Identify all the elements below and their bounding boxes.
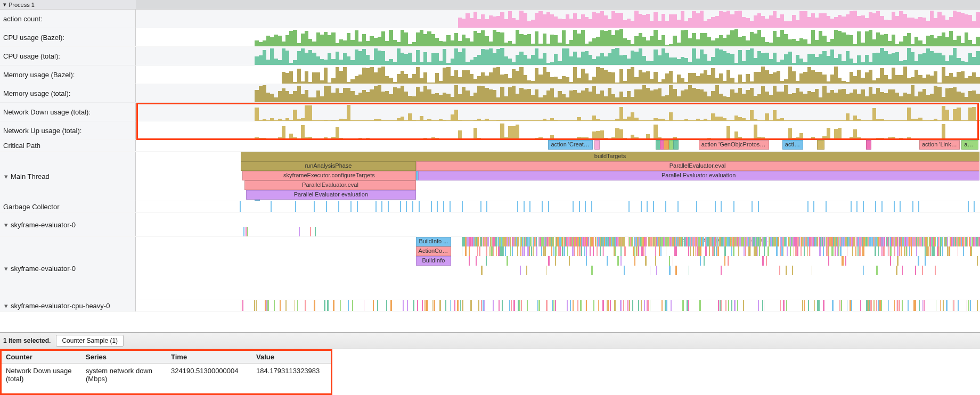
gc-tick[interactable] xyxy=(240,201,241,212)
event-tick[interactable] xyxy=(745,246,747,256)
event-tick[interactable] xyxy=(519,237,520,246)
event-tick[interactable] xyxy=(632,300,633,311)
event-tick[interactable] xyxy=(503,246,504,256)
gc-tick[interactable] xyxy=(400,201,401,212)
event-tick[interactable] xyxy=(607,256,608,266)
lane-mem-total[interactable] xyxy=(136,84,980,102)
event-tick[interactable] xyxy=(636,246,637,256)
col-header-time[interactable]: Time xyxy=(171,353,256,361)
event-tick[interactable] xyxy=(633,246,634,256)
gc-tick[interactable] xyxy=(431,201,432,212)
event-tick[interactable] xyxy=(315,227,316,236)
gc-tick[interactable] xyxy=(480,201,481,212)
event-tick[interactable] xyxy=(780,300,781,311)
event-tick[interactable] xyxy=(577,246,578,256)
event-tick[interactable] xyxy=(888,246,889,256)
event-tick[interactable] xyxy=(755,246,757,256)
event-tick[interactable] xyxy=(602,246,602,256)
track-main-thread[interactable]: ▾ Main Thread buildTargetsrunAnalysisPha… xyxy=(0,152,980,201)
event-tick[interactable] xyxy=(855,246,856,256)
event-tick[interactable] xyxy=(502,300,503,311)
event-tick[interactable] xyxy=(786,300,787,311)
event-tick[interactable] xyxy=(688,246,689,256)
event-tick[interactable] xyxy=(970,300,971,311)
event-tick[interactable] xyxy=(537,300,538,311)
gc-tick[interactable] xyxy=(314,201,315,212)
event-tick[interactable] xyxy=(481,266,482,275)
event-tick[interactable] xyxy=(285,300,287,311)
gc-tick[interactable] xyxy=(628,201,630,212)
event-tick[interactable] xyxy=(527,246,529,256)
gc-tick[interactable] xyxy=(647,201,648,212)
event-tick[interactable] xyxy=(567,246,568,256)
event-tick[interactable] xyxy=(951,246,951,256)
event-tick[interactable] xyxy=(517,246,518,256)
event-tick[interactable] xyxy=(432,300,432,311)
event-tick[interactable] xyxy=(933,246,935,256)
gc-tick[interactable] xyxy=(900,201,901,212)
event-tick[interactable] xyxy=(413,300,414,311)
event-tick[interactable] xyxy=(629,300,630,311)
event-tick[interactable] xyxy=(930,246,932,256)
event-tick[interactable] xyxy=(548,256,550,266)
gc-tick[interactable] xyxy=(542,201,543,212)
event-tick[interactable] xyxy=(555,300,556,311)
event-tick[interactable] xyxy=(274,300,275,311)
event-tick[interactable] xyxy=(454,300,456,311)
event-tick[interactable] xyxy=(243,227,244,236)
gc-tick[interactable] xyxy=(419,201,420,212)
event-tick[interactable] xyxy=(254,300,255,311)
event-tick[interactable] xyxy=(297,300,298,311)
event-tick[interactable] xyxy=(620,246,622,256)
event-tick[interactable] xyxy=(348,300,349,311)
event-tick[interactable] xyxy=(655,246,656,256)
event-tick[interactable] xyxy=(814,300,815,311)
event-tick[interactable] xyxy=(924,300,925,311)
event-tick[interactable] xyxy=(584,246,585,256)
event-tick[interactable] xyxy=(689,266,689,275)
gc-tick[interactable] xyxy=(653,201,654,212)
event-tick[interactable] xyxy=(911,246,912,256)
event-tick[interactable] xyxy=(870,300,872,311)
track-cpu-bazel[interactable]: CPU usage (Bazel): xyxy=(0,28,980,47)
event-tick[interactable] xyxy=(851,300,852,311)
gc-tick[interactable] xyxy=(863,201,864,212)
event-tick[interactable] xyxy=(569,256,570,266)
event-tick[interactable] xyxy=(695,246,696,256)
event-tick[interactable] xyxy=(847,300,847,311)
event-tick[interactable] xyxy=(802,300,803,311)
event-tick[interactable] xyxy=(407,300,409,311)
event-tick[interactable] xyxy=(625,300,625,311)
gc-tick[interactable] xyxy=(271,201,272,212)
event-tick[interactable] xyxy=(530,237,532,246)
event-tick[interactable] xyxy=(465,246,466,256)
event-tick[interactable] xyxy=(390,300,392,311)
event-tick[interactable] xyxy=(644,300,645,311)
track-net-down[interactable]: Network Down usage (total): xyxy=(0,103,980,121)
event-tick[interactable] xyxy=(899,300,900,311)
event-tick[interactable] xyxy=(676,246,677,256)
event-tick[interactable] xyxy=(564,246,565,256)
event-tick[interactable] xyxy=(878,246,879,256)
event-tick[interactable] xyxy=(881,300,883,311)
event-tick[interactable] xyxy=(953,300,954,311)
event-tick[interactable] xyxy=(551,246,552,256)
event-tick[interactable] xyxy=(520,266,521,275)
event-tick[interactable] xyxy=(573,300,574,311)
event-tick[interactable] xyxy=(797,246,798,256)
event-tick[interactable] xyxy=(513,300,515,311)
event-tick[interactable] xyxy=(682,300,684,311)
event-tick[interactable] xyxy=(593,237,594,246)
gc-tick[interactable] xyxy=(529,201,530,212)
track-critical-path[interactable]: Critical Path action 'Creatin...action '… xyxy=(0,140,980,152)
event-tick[interactable] xyxy=(896,300,897,311)
event-tick[interactable] xyxy=(804,300,805,311)
event-tick[interactable] xyxy=(958,300,959,311)
event-tick[interactable] xyxy=(764,300,764,311)
event-tick[interactable] xyxy=(901,246,902,256)
event-tick[interactable] xyxy=(743,300,744,311)
event-tick[interactable] xyxy=(783,300,785,311)
event-tick[interactable] xyxy=(645,246,646,256)
lane-sky0b[interactable]: BuildInfo ...stag.stag...st.stage.remot.… xyxy=(136,237,980,300)
event-tick[interactable] xyxy=(778,237,779,246)
